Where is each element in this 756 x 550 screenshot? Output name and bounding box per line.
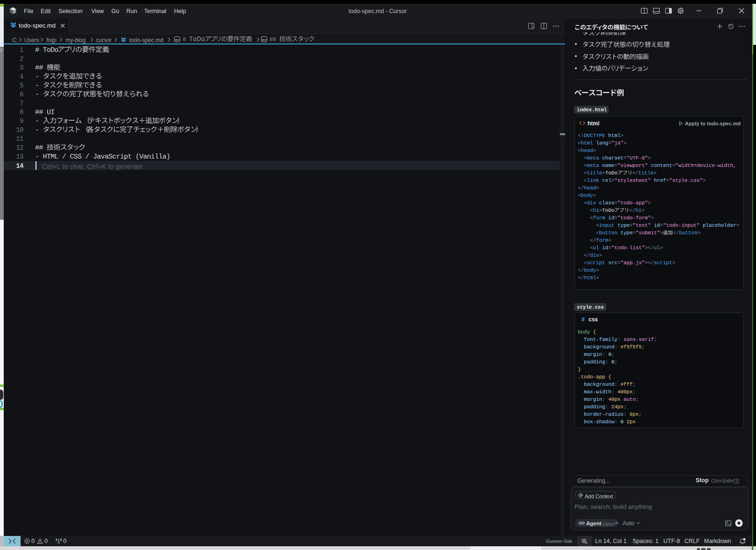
svg-text:abc: abc: [175, 38, 180, 41]
svg-text:abc: abc: [262, 38, 267, 41]
